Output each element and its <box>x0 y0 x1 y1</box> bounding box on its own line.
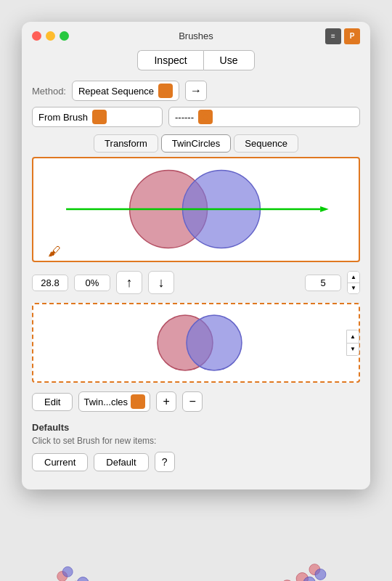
pin-icon[interactable]: P <box>344 28 360 44</box>
dashes-select[interactable]: ------ <box>168 107 360 127</box>
preview-area: ▲ ▼ <box>32 303 360 383</box>
svg-point-6 <box>187 315 242 370</box>
arrow-up-icon <box>163 87 168 91</box>
edit-button[interactable]: Edit <box>32 393 73 411</box>
defaults-section: Defaults Click to set Brush for new item… <box>22 416 370 475</box>
corner-icons: ≡ P <box>325 28 360 44</box>
main-tabs: Inspect Use <box>22 50 370 70</box>
count-stepper[interactable]: ▲ ▼ <box>347 271 360 294</box>
edit-row: Edit Twin...cles + − <box>22 387 370 416</box>
default-button[interactable]: Default <box>94 453 148 471</box>
from-brush-arrow-down <box>97 118 102 121</box>
window-title: Brushes <box>33 31 359 41</box>
up-button[interactable]: ↑ <box>116 271 142 294</box>
svg-point-7 <box>22 508 23 516</box>
brush-dashes-row: From Brush ------ <box>22 104 370 130</box>
value2-box[interactable]: 0% <box>74 275 110 291</box>
method-row: Method: Repeat Sequence → <box>22 78 370 104</box>
remove-button[interactable]: − <box>182 391 203 412</box>
from-brush-arrow-up <box>97 113 102 117</box>
arrow-down-icon <box>163 92 168 95</box>
count-box[interactable]: 5 <box>305 275 341 291</box>
svg-point-8 <box>22 508 33 516</box>
from-brush-select-icon <box>92 110 107 124</box>
preview-stepper-down[interactable]: ▼ <box>347 344 359 356</box>
tab-use[interactable]: Use <box>203 50 255 70</box>
twin-arrow-down <box>135 402 141 406</box>
controls-row: 28.8 0% ↑ ↓ 5 ▲ ▼ <box>22 267 370 298</box>
brush-trail-svg <box>22 508 370 581</box>
method-label: Method: <box>32 86 66 97</box>
twin-select-icon <box>131 394 145 409</box>
title-bar: Brushes ≡ P <box>22 22 370 47</box>
defaults-subtitle: Click to set Brush for new items: <box>32 436 360 446</box>
list-icon[interactable]: ≡ <box>325 28 341 44</box>
preview-stepper[interactable]: ▲ ▼ <box>346 330 359 356</box>
brush-trail <box>22 508 370 581</box>
value1-box[interactable]: 28.8 <box>32 275 68 291</box>
traffic-lights <box>32 31 69 41</box>
preview-svg <box>138 310 254 375</box>
canvas-svg: 🖌 <box>33 158 359 261</box>
add-button[interactable]: + <box>156 391 176 412</box>
from-brush-arrow <box>97 113 102 121</box>
close-button[interactable] <box>32 31 41 41</box>
tab-inspect[interactable]: Inspect <box>137 50 203 70</box>
dashes-arrow-up <box>203 113 208 117</box>
stepper-down[interactable]: ▼ <box>348 283 359 294</box>
svg-marker-3 <box>320 206 329 212</box>
down-button[interactable]: ↓ <box>148 271 174 294</box>
shape-tabs: Transform TwinCircles Sequence <box>32 134 360 153</box>
dashes-arrow <box>203 113 208 121</box>
dashes-arrow-down <box>203 118 208 121</box>
select-arrow <box>163 87 168 95</box>
twin-select[interactable]: Twin...cles <box>78 391 150 412</box>
help-button[interactable]: ? <box>155 452 175 472</box>
dashes-value: ------ <box>175 112 194 123</box>
method-select-icon <box>158 84 173 98</box>
current-button[interactable]: Current <box>32 453 88 471</box>
method-value: Repeat Sequence <box>78 86 154 97</box>
dashes-select-icon <box>198 110 213 124</box>
from-brush-select[interactable]: From Brush <box>32 107 163 127</box>
tab-sequence[interactable]: Sequence <box>234 134 298 153</box>
preview-stepper-up[interactable]: ▲ <box>347 330 359 344</box>
stepper-up[interactable]: ▲ <box>348 272 359 283</box>
svg-text:🖌: 🖌 <box>48 244 61 259</box>
main-canvas: 🖌 <box>32 157 360 262</box>
defaults-title: Defaults <box>32 422 360 433</box>
defaults-buttons: Current Default ? <box>32 452 360 472</box>
arrow-right-button[interactable]: → <box>185 81 207 101</box>
tab-twincircles[interactable]: TwinCircles <box>161 134 231 153</box>
twin-arrow <box>135 398 141 406</box>
twin-select-value: Twin...cles <box>83 397 128 407</box>
method-select[interactable]: Repeat Sequence <box>72 81 179 101</box>
from-brush-value: From Brush <box>38 112 88 123</box>
minimize-button[interactable] <box>46 31 55 41</box>
maximize-button[interactable] <box>60 31 69 41</box>
tab-transform[interactable]: Transform <box>94 134 158 153</box>
brushes-window: Brushes ≡ P Inspect Use Method: Repeat S… <box>22 22 370 489</box>
twin-arrow-up <box>135 398 141 402</box>
